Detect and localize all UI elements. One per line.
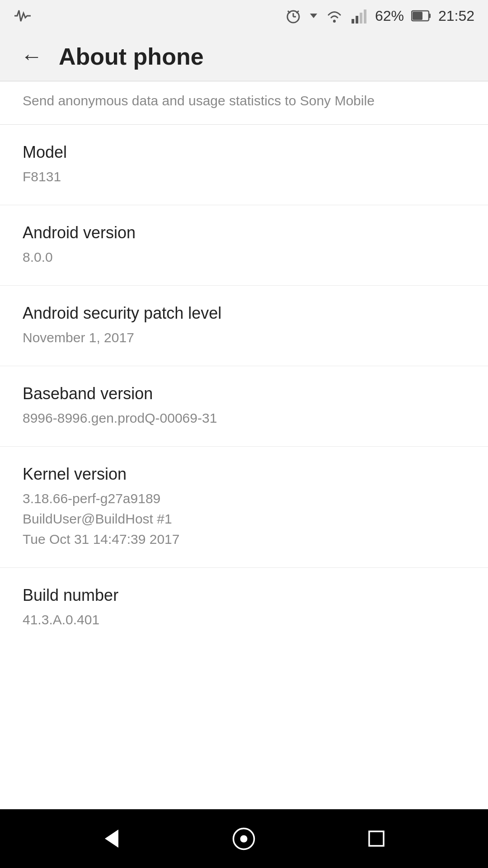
svg-rect-10 [364,9,366,24]
settings-item-value-baseband-version: 8996-8996.gen.prodQ-00069-31 [23,408,465,428]
settings-item-title-android-version: Android version [23,223,465,242]
header: ← About phone [0,32,488,81]
svg-rect-9 [360,13,362,24]
svg-marker-5 [310,14,317,18]
svg-rect-17 [369,831,384,846]
settings-item-baseband-version[interactable]: Baseband version8996-8996.gen.prodQ-0006… [0,366,488,447]
settings-item-value-kernel-version: 3.18.66-perf-g27a9189 BuildUser@BuildHos… [23,488,465,549]
svg-rect-8 [356,16,358,24]
back-button[interactable]: ← [18,43,45,70]
settings-item-kernel-version[interactable]: Kernel version3.18.66-perf-g27a9189 Buil… [0,447,488,568]
activity-icon [14,7,32,25]
settings-item-security-patch[interactable]: Android security patch levelNovember 1, … [0,286,488,366]
svg-point-6 [333,20,336,23]
svg-rect-13 [413,12,422,20]
status-bar: 62% 21:52 [0,0,488,32]
nav-home-button[interactable] [226,821,262,857]
svg-rect-7 [352,19,354,24]
nav-bar [0,809,488,868]
settings-item-title-build-number: Build number [23,586,465,605]
settings-item-value-security-patch: November 1, 2017 [23,327,465,348]
signal-icon [351,7,368,24]
settings-item-title-baseband-version: Baseband version [23,384,465,403]
nav-back-button[interactable] [94,821,130,857]
top-partial-item: Send anonymous data and usage statistics… [0,81,488,125]
page-title: About phone [59,43,204,70]
settings-item-value-model: F8131 [23,166,465,187]
battery-percentage: 62% [375,8,404,24]
alarm-icon [285,7,302,24]
settings-item-value-android-version: 8.0.0 [23,247,465,267]
settings-item-android-version[interactable]: Android version8.0.0 [0,205,488,286]
content-area: Send anonymous data and usage statistics… [0,81,488,809]
dropdown-icon [309,11,318,20]
settings-list: ModelF8131Android version8.0.0Android se… [0,125,488,648]
svg-rect-12 [429,14,431,18]
top-partial-description: Send anonymous data and usage statistics… [23,90,465,124]
settings-item-title-kernel-version: Kernel version [23,465,465,484]
status-time: 21:52 [438,8,474,24]
settings-item-model[interactable]: ModelF8131 [0,125,488,205]
battery-icon [411,9,431,23]
svg-marker-14 [105,830,118,848]
settings-item-build-number[interactable]: Build number41.3.A.0.401 [0,568,488,648]
settings-item-title-security-patch: Android security patch level [23,304,465,323]
settings-item-value-build-number: 41.3.A.0.401 [23,609,465,630]
settings-item-title-model: Model [23,143,465,162]
svg-point-16 [240,835,248,842]
nav-recent-button[interactable] [358,821,394,857]
wifi-icon [325,7,343,24]
back-arrow-icon: ← [21,46,42,67]
